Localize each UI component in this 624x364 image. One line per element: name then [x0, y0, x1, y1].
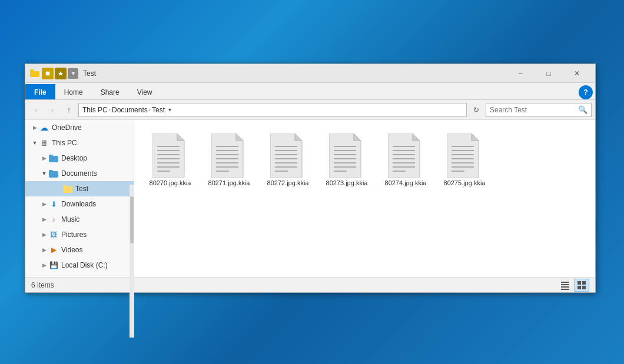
file-name: 80275.jpg.kkia [444, 179, 486, 187]
desktop-folder-icon [49, 155, 58, 162]
breadcrumb-documents[interactable]: Documents [112, 106, 148, 114]
file-icon [329, 133, 364, 178]
svg-rect-58 [561, 286, 569, 288]
svg-marker-30 [354, 133, 361, 141]
tab-home[interactable]: Home [55, 84, 92, 99]
svg-rect-57 [561, 284, 569, 285]
address-dropdown[interactable]: ▾ [165, 103, 174, 117]
expand-arrow-videos: ▶ [39, 245, 49, 255]
sidebar-item-test[interactable]: ▶ Test [25, 181, 134, 196]
sidebar-item-localdisk[interactable]: ▶ 💾 Local Disk (C:) [25, 258, 134, 273]
sidebar-item-downloads[interactable]: ▶ ⬇ Downloads [25, 196, 134, 212]
sidebar-scrollbar[interactable] [130, 185, 134, 277]
ribbon-tabs: File Home Share View ? [25, 83, 595, 99]
file-name: 80271.jpg.kkia [208, 179, 250, 187]
details-view-button[interactable] [557, 279, 573, 292]
sidebar-label-test: Test [75, 185, 88, 193]
sidebar-item-desktop[interactable]: ▶ Desktop [25, 151, 134, 166]
title-bar-dropdown[interactable]: ▾ [68, 68, 78, 79]
svg-marker-12 [236, 133, 243, 141]
icons-view-button[interactable] [574, 279, 589, 292]
file-icon [270, 133, 306, 178]
expand-arrow-music: ▶ [39, 215, 49, 224]
quick-access-btn-2[interactable] [55, 68, 67, 79]
title-bar-folder-icon [30, 69, 39, 78]
sidebar-label-videos: Videos [61, 246, 82, 254]
back-button[interactable]: ‹ [29, 103, 43, 117]
file-icon-container [208, 132, 250, 179]
sidebar-item-documents[interactable]: ▼ Documents [25, 166, 134, 181]
sidebar-item-music[interactable]: ▶ ♪ Music [25, 212, 134, 227]
maximize-button[interactable]: □ [535, 65, 562, 82]
file-icon-container [267, 132, 308, 179]
computer-icon: 🖥 [39, 138, 49, 148]
minimize-button[interactable]: – [507, 65, 534, 82]
breadcrumb-thispc[interactable]: This PC [82, 106, 108, 114]
status-bar: 6 items [25, 277, 595, 292]
search-icon[interactable]: 🔍 [578, 105, 588, 114]
tab-file[interactable]: File [25, 84, 55, 99]
music-icon: ♪ [49, 215, 58, 224]
title-bar: ▾ Test – □ ✕ [25, 64, 595, 83]
downloads-icon: ⬇ [49, 199, 58, 209]
sidebar-item-thispc[interactable]: ▼ 🖥 This PC [25, 135, 134, 151]
file-name: 80273.jpg.kkia [326, 179, 368, 187]
documents-folder-icon [49, 170, 58, 178]
svg-rect-56 [561, 282, 569, 283]
svg-marker-3 [177, 133, 184, 141]
address-input[interactable]: This PC › Documents › Test ▾ [78, 103, 467, 117]
file-item[interactable]: 80271.jpg.kkia [203, 129, 255, 189]
details-view-icon [560, 280, 570, 290]
sidebar-item-pictures[interactable]: ▶ 🖼 Pictures [25, 227, 134, 242]
file-item[interactable]: 80270.jpg.kkia [144, 129, 197, 189]
main-area: ▶ ☁ OneDrive ▼ 🖥 This PC ▶ [25, 120, 595, 277]
sidebar-label-thispc: This PC [52, 139, 77, 147]
quick-access-btn-1[interactable] [42, 68, 54, 79]
sidebar-scroll[interactable]: ▶ ☁ OneDrive ▼ 🖥 This PC ▶ [25, 120, 134, 277]
file-item[interactable]: 80273.jpg.kkia [320, 129, 373, 189]
help-button[interactable]: ? [579, 85, 593, 99]
svg-marker-39 [413, 133, 420, 141]
svg-rect-63 [582, 286, 586, 289]
sidebar: ▶ ☁ OneDrive ▼ 🖥 This PC ▶ [25, 120, 134, 277]
svg-rect-62 [577, 286, 581, 289]
close-button[interactable]: ✕ [563, 65, 590, 82]
expand-arrow-downloads: ▶ [39, 199, 49, 209]
file-item[interactable]: 80274.jpg.kkia [379, 129, 432, 189]
file-icon-container [444, 132, 485, 179]
file-name: 80272.jpg.kkia [267, 179, 309, 187]
forward-button[interactable]: › [45, 103, 59, 117]
expand-arrow-pictures: ▶ [39, 230, 49, 239]
search-input[interactable] [490, 106, 578, 114]
view-buttons [557, 279, 589, 292]
svg-rect-59 [561, 289, 569, 290]
sidebar-item-onedrive[interactable]: ▶ ☁ OneDrive [25, 120, 134, 135]
file-item[interactable]: 80272.jpg.kkia [261, 129, 314, 189]
item-count: 6 items [31, 281, 557, 289]
disk-icon: 💾 [49, 261, 58, 270]
address-bar: ‹ › ↑ This PC › Documents › Test ▾ ↻ 🔍 [25, 100, 595, 120]
onedrive-icon: ☁ [39, 123, 49, 132]
tab-view[interactable]: View [128, 84, 161, 99]
search-box[interactable]: 🔍 [486, 103, 592, 117]
file-name: 80274.jpg.kkia [385, 179, 427, 187]
expand-arrow-documents: ▼ [39, 169, 49, 178]
sidebar-item-videos[interactable]: ▶ ▶ Videos [25, 242, 134, 258]
sidebar-label-pictures: Pictures [61, 231, 87, 239]
sidebar-label-localdisk: Local Disk (C:) [61, 261, 108, 269]
tab-share[interactable]: Share [92, 84, 128, 99]
svg-marker-21 [295, 133, 302, 141]
svg-rect-1 [30, 69, 34, 72]
pictures-icon: 🖼 [49, 230, 58, 239]
videos-icon: ▶ [49, 245, 58, 255]
file-icon-container [150, 132, 191, 179]
refresh-button[interactable]: ↻ [469, 103, 483, 117]
window-controls: – □ ✕ [507, 65, 590, 82]
expand-arrow-onedrive: ▶ [30, 123, 39, 132]
up-button[interactable]: ↑ [62, 103, 76, 117]
expand-arrow-desktop: ▶ [39, 153, 49, 163]
breadcrumb-test[interactable]: Test [152, 106, 165, 114]
svg-rect-61 [582, 281, 586, 285]
breadcrumb-arrow-1: › [109, 106, 111, 113]
file-item[interactable]: 80275.jpg.kkia [438, 129, 491, 189]
